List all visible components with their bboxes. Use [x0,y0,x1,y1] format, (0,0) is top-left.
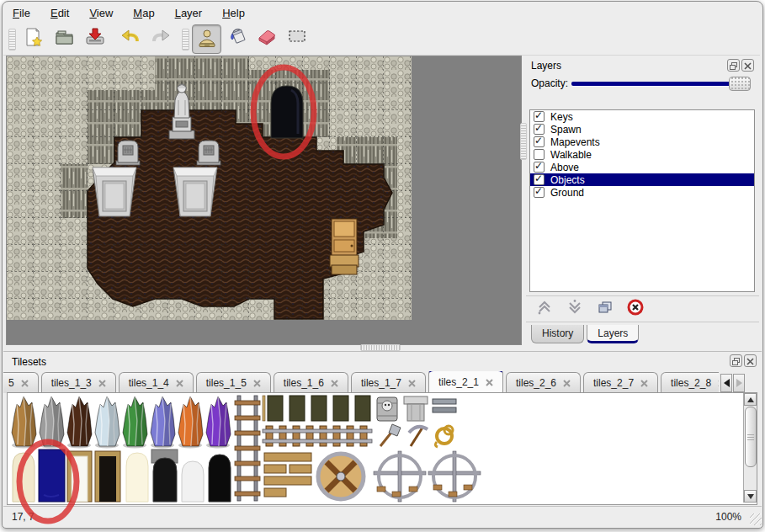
scroll-down-button[interactable] [744,490,757,503]
door-tiles[interactable] [13,450,231,502]
tileset-tabs: 5tiles_1_3tiles_1_4tiles_1_5tiles_1_6til… [3,371,719,393]
stamp-tool-button[interactable] [192,24,221,54]
tab-close-icon[interactable] [176,380,183,387]
crystal-tiles[interactable] [12,396,231,449]
tileset-content[interactable] [7,392,757,505]
scrollbar-thumb[interactable] [745,407,757,467]
shovel-tile[interactable] [380,424,401,446]
layer-list[interactable]: KeysSpawnMapeventsWalkableAboveObjectsGr… [529,109,755,292]
turntable-tile[interactable] [318,454,364,499]
toolbar-drag-handle[interactable] [8,29,16,51]
resize-grip-icon[interactable] [750,513,762,525]
scroll-up-button[interactable] [744,393,757,406]
layer-row-spawn[interactable]: Spawn [530,123,754,136]
rope-coil-tile[interactable] [435,426,453,447]
menu-edit[interactable]: Edit [45,5,75,21]
undo-button[interactable] [118,26,143,51]
eraser-tool-button[interactable] [254,25,279,51]
tileset-tab-tiles_1_3[interactable]: tiles_1_3 [41,372,116,393]
skull-barrel-tile[interactable] [377,397,397,421]
tab-close-icon[interactable] [486,379,493,386]
opacity-slider-handle[interactable] [729,77,751,91]
layer-row-above[interactable]: Above [530,161,754,173]
tab-close-icon[interactable] [563,380,571,387]
lower-layer-button[interactable] [565,299,585,319]
open-map-button[interactable] [52,26,77,51]
stone-column-tile[interactable] [404,396,428,421]
layer-row-keys[interactable]: Keys [530,110,754,123]
tileset-tab-tiles_2_8[interactable]: tiles_2_8 [661,372,719,393]
raise-layer-button[interactable] [534,299,555,319]
save-map-button[interactable] [82,26,108,51]
opacity-slider-track[interactable] [571,82,749,86]
wood-lintel-tiles[interactable] [263,396,370,421]
layer-visibility-checkbox[interactable] [534,111,545,122]
rail-junction-tiles[interactable] [374,451,481,502]
tileset-tab-tiles_2_6[interactable]: tiles_2_6 [506,372,581,393]
tab-close-icon[interactable] [331,380,338,387]
tab-close-icon[interactable] [718,380,719,387]
menu-view[interactable]: View [83,5,119,21]
layer-visibility-checkbox[interactable] [534,136,545,147]
pickaxe-tile[interactable] [409,427,428,446]
select-tool-icon [286,25,308,51]
layer-visibility-checkbox[interactable] [534,187,545,198]
tileset-tab-tiles_1_7[interactable]: tiles_1_7 [351,372,426,393]
tab-close-icon[interactable] [21,380,29,387]
tab-close-icon[interactable] [98,380,106,387]
duplicate-layer-button[interactable] [595,299,615,319]
redo-button[interactable] [148,26,173,51]
tab-close-icon[interactable] [253,380,261,387]
horizontal-rail-tile[interactable] [263,426,372,446]
dock-tabs: HistoryLayers [531,325,639,343]
splitter-horizontal[interactable] [360,344,401,351]
fill-tool-button[interactable] [226,25,251,51]
metal-bars-tile[interactable] [433,399,456,412]
tilesets-close-button[interactable] [744,354,757,367]
map-canvas[interactable] [7,56,412,320]
ladder-tile[interactable] [235,396,260,501]
tileset-tab-label: tiles_1_7 [361,377,401,389]
tileset-tab-5[interactable]: 5 [3,372,39,393]
tileset-tab-tiles_1_5[interactable]: tiles_1_5 [196,372,271,393]
close-panel-icon [744,58,752,73]
layer-visibility-checkbox[interactable] [534,174,545,185]
dock-tab-layers[interactable]: Layers [587,325,639,343]
tileset-scrollbar[interactable] [743,393,757,503]
tileset-image[interactable] [8,394,739,503]
menu-help[interactable]: Help [216,5,251,21]
blue-door-tile[interactable] [39,450,65,502]
close-panel-button[interactable] [741,59,754,72]
menu-file[interactable]: File [7,5,36,21]
tileset-tab-tiles_1_4[interactable]: tiles_1_4 [119,372,194,393]
layer-row-ground[interactable]: Ground [530,186,754,199]
tab-scroll-left-button[interactable] [720,374,732,392]
layer-row-mapevents[interactable]: Mapevents [530,136,754,148]
map-view[interactable] [6,56,522,345]
layer-row-walkable[interactable]: Walkable [530,148,754,161]
tileset-tab-tiles_2_7[interactable]: tiles_2_7 [583,372,658,393]
tilesets-float-button[interactable] [730,354,742,367]
tab-close-icon[interactable] [408,380,416,387]
new-map-button[interactable] [20,26,45,51]
tileset-tab-label: tiles_2_1 [438,376,479,388]
tileset-tab-tiles_1_6[interactable]: tiles_1_6 [274,372,348,393]
toolbar-drag-handle-2[interactable] [182,29,189,51]
menu-layer[interactable]: Layer [169,5,209,21]
layer-visibility-checkbox[interactable] [534,124,545,135]
fill-tool-icon [227,25,249,51]
scroll-up-icon [747,397,754,402]
select-tool-button[interactable] [284,25,310,51]
tab-close-icon[interactable] [640,380,648,387]
plank-stack-tile[interactable] [264,453,311,497]
tileset-tab-tiles_2_1[interactable]: tiles_2_1 [428,371,503,393]
menu-mnemonic: F [13,7,19,19]
layer-visibility-checkbox[interactable] [534,162,545,173]
layer-row-objects[interactable]: Objects [530,173,754,186]
tab-scroll-right-button[interactable] [733,374,745,392]
float-panel-button[interactable] [727,59,740,72]
layer-visibility-checkbox[interactable] [534,149,545,160]
menu-map[interactable]: Map [127,5,160,21]
dock-tab-history[interactable]: History [531,325,584,343]
delete-layer-button[interactable] [625,299,645,319]
